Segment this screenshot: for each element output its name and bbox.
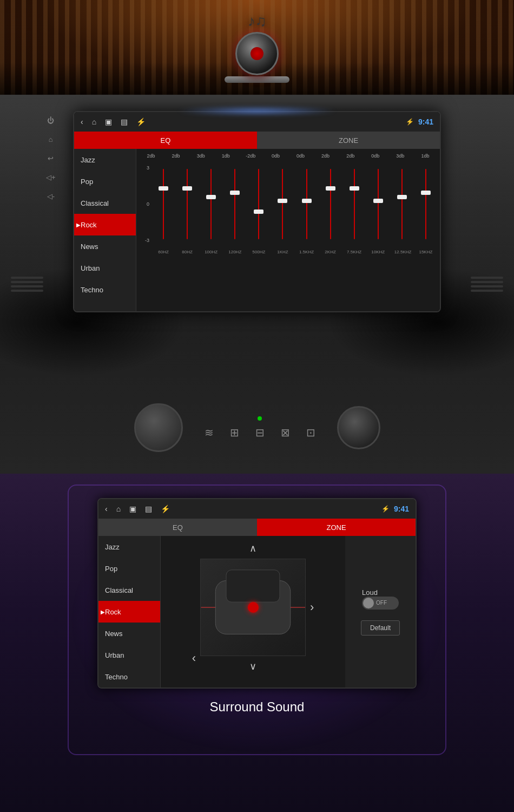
freq-7_5khz: 7.5KHZ	[347, 250, 362, 254]
vol-down-icon[interactable]: ◁-	[47, 192, 55, 200]
slider-120hz[interactable]	[234, 161, 235, 247]
zone-down-button[interactable]: ∨	[239, 658, 267, 675]
preset2-pop[interactable]: Pop	[98, 558, 160, 579]
slider-500hz[interactable]	[258, 161, 259, 247]
db-label-9: 0db	[368, 153, 383, 159]
back-side-icon[interactable]: ↩	[48, 154, 54, 162]
tab-bar: EQ ZONE	[74, 132, 440, 149]
db-label-11: 1db	[418, 153, 433, 159]
seat-heat-icon[interactable]: ⊞	[230, 426, 239, 439]
slider-thumb-10[interactable]	[397, 195, 407, 199]
slider-track-2	[210, 169, 212, 239]
slider-1_5khz[interactable]	[306, 161, 307, 247]
usb2-icon[interactable]: ⚡	[161, 505, 170, 513]
scale-0: 0	[141, 201, 149, 207]
zone-controls-panel: Loud OFF Default	[345, 536, 416, 687]
top-screen-container: ‹ ⌂ ▣ ▤ ⚡ ⚡ 9:41 EQ ZONE	[73, 111, 441, 312]
slider-1khz[interactable]	[282, 161, 283, 247]
tab-zone[interactable]: ZONE	[257, 132, 440, 149]
concert-hall-banner: ♪♫	[0, 0, 514, 95]
slider-100hz[interactable]	[210, 161, 212, 247]
window-icon[interactable]: ▣	[105, 117, 112, 126]
bluetooth-icon: ⚡	[406, 118, 414, 126]
slider-thumb-1[interactable]	[182, 186, 192, 191]
ac-icon[interactable]: ⊠	[281, 426, 290, 439]
slider-track-3	[234, 169, 235, 239]
preset-classical[interactable]: Classical	[74, 192, 136, 214]
vent-right	[471, 274, 503, 294]
home2-icon[interactable]: ⌂	[116, 505, 121, 513]
home-icon[interactable]: ⌂	[92, 117, 96, 126]
default-button[interactable]: Default	[361, 620, 400, 636]
slider-track-7	[330, 169, 331, 239]
slider-thumb-9[interactable]	[373, 199, 383, 203]
slider-12_5khz[interactable]	[401, 161, 403, 247]
slider-2khz[interactable]	[330, 161, 331, 247]
front-icon[interactable]: ⊡	[306, 426, 315, 439]
steering-knob-left[interactable]	[134, 403, 183, 452]
slider-thumb-4[interactable]	[254, 209, 263, 214]
slider-thumb-8[interactable]	[350, 186, 359, 191]
preset-urban[interactable]: Urban	[74, 257, 136, 279]
freq-2khz: 2KHZ	[323, 250, 338, 254]
back2-icon[interactable]: ‹	[105, 505, 108, 513]
slider-thumb-2[interactable]	[206, 195, 216, 199]
slider-track-10	[401, 169, 403, 239]
preset-news[interactable]: News	[74, 235, 136, 257]
eq-content: Jazz Pop Classical ▶ Rock News Urban Tec…	[74, 149, 440, 311]
air-icon[interactable]: ⊟	[255, 426, 265, 439]
screen-glow	[176, 107, 338, 115]
loud-toggle[interactable]: OFF	[362, 597, 399, 610]
window2-icon[interactable]: ▣	[129, 505, 136, 513]
usb-icon[interactable]: ⚡	[136, 117, 146, 126]
slider-thumb-3[interactable]	[230, 191, 240, 195]
preset2-rock[interactable]: ▶ Rock	[98, 601, 160, 623]
tab-eq[interactable]: EQ	[74, 132, 257, 149]
music-notes-icon: ♪♫	[248, 12, 267, 30]
slider-track-0	[163, 169, 164, 239]
volume-knob-right[interactable]	[337, 406, 380, 449]
tab2-eq[interactable]: EQ	[98, 519, 257, 536]
slider-7_5khz[interactable]	[354, 161, 355, 247]
slider-thumb-11[interactable]	[421, 191, 431, 195]
preset2-classical[interactable]: Classical	[98, 579, 160, 601]
freq-15khz: 15KHZ	[418, 250, 433, 254]
preset-rock[interactable]: ▶ Rock	[74, 214, 136, 235]
freq-10khz: 10KHZ	[371, 250, 386, 254]
slider-thumb-5[interactable]	[278, 199, 287, 203]
zone-content: Jazz Pop Classical ▶ Rock News Urban Tec…	[98, 536, 416, 687]
preset2-urban[interactable]: Urban	[98, 644, 160, 666]
toggle-knob	[363, 598, 374, 608]
preset-techno[interactable]: Techno	[74, 279, 136, 300]
preset2-jazz[interactable]: Jazz	[98, 536, 160, 558]
db-label-1: 2db	[168, 153, 183, 159]
power-icon[interactable]: ⏻	[47, 116, 54, 125]
slider-thumb-6[interactable]	[302, 199, 312, 203]
freq-60hz: 60HZ	[156, 250, 171, 254]
slider-80hz[interactable]	[187, 161, 188, 247]
slider-15khz[interactable]	[425, 161, 426, 247]
tab2-zone[interactable]: ZONE	[257, 519, 416, 536]
zone-next-button[interactable]: ›	[310, 600, 314, 614]
fan-icon[interactable]: ≋	[205, 426, 214, 439]
preset2-techno[interactable]: Techno	[98, 666, 160, 687]
preset2-news[interactable]: News	[98, 623, 160, 644]
zone-up-button[interactable]: ∧	[239, 540, 267, 556]
image2-icon[interactable]: ▤	[145, 505, 152, 513]
image-icon[interactable]: ▤	[121, 117, 128, 126]
slider-10khz[interactable]	[378, 161, 379, 247]
preset-list: Jazz Pop Classical ▶ Rock News Urban Tec…	[74, 149, 136, 311]
speaker-icon	[235, 32, 279, 75]
vol-up-icon[interactable]: ◁+	[46, 173, 56, 181]
slider-thumb-0[interactable]	[159, 186, 168, 191]
back-icon[interactable]: ‹	[81, 117, 83, 126]
zone-prev-button[interactable]: ‹	[192, 651, 196, 665]
home-side-icon[interactable]: ⌂	[49, 135, 53, 143]
db-label-4: -2db	[243, 153, 258, 159]
screen2-topbar: ‹ ⌂ ▣ ▤ ⚡ ⚡ 9:41	[98, 499, 416, 519]
preset-pop[interactable]: Pop	[74, 171, 136, 192]
slider-60hz[interactable]	[163, 161, 164, 247]
preset-jazz[interactable]: Jazz	[74, 149, 136, 171]
slider-thumb-7[interactable]	[326, 186, 335, 191]
freq-1_5khz: 1.5KHZ	[299, 250, 314, 254]
